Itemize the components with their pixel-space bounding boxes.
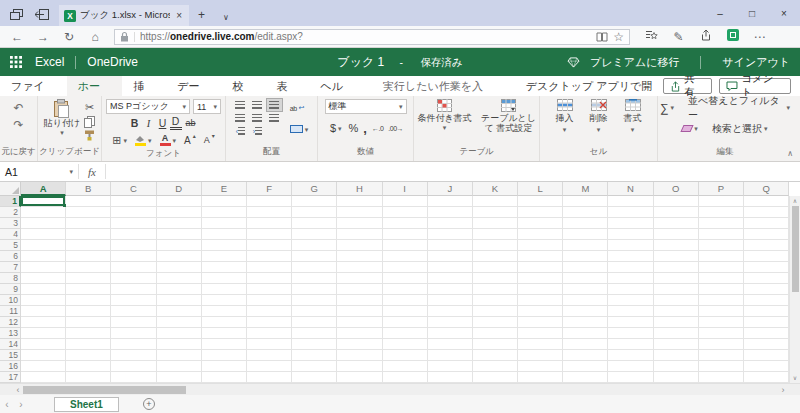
cell-P14[interactable] (699, 339, 744, 350)
cell-A6[interactable] (21, 251, 66, 262)
font-color-button[interactable]: A▾ (158, 132, 179, 148)
cell-A17[interactable] (21, 372, 66, 383)
sheet-tab-Sheet1[interactable]: Sheet1 (54, 397, 119, 412)
cell-Q16[interactable] (744, 361, 789, 372)
cell-I4[interactable] (383, 229, 428, 240)
cell-N7[interactable] (608, 262, 653, 273)
name-box[interactable]: A1 ▾ (0, 162, 78, 181)
cell-E8[interactable] (202, 273, 247, 284)
cell-A11[interactable] (21, 306, 66, 317)
formula-input[interactable] (106, 162, 800, 181)
row-header-12[interactable]: 12 (0, 317, 21, 328)
cell-J10[interactable] (428, 295, 473, 306)
scroll-left-icon[interactable]: ‹ (13, 385, 23, 395)
cell-J1[interactable] (428, 196, 473, 207)
cell-G15[interactable] (292, 350, 337, 361)
cell-I11[interactable] (383, 306, 428, 317)
cell-M7[interactable] (563, 262, 608, 273)
close-button[interactable]: × (768, 0, 800, 26)
cell-Q2[interactable] (744, 207, 789, 218)
cell-L10[interactable] (518, 295, 563, 306)
conditional-formatting-button[interactable]: 条件付き書式 ▾ (417, 99, 473, 134)
row-header-1[interactable]: 1 (0, 196, 21, 207)
cell-Q6[interactable] (744, 251, 789, 262)
cell-C9[interactable] (111, 284, 156, 295)
cell-A4[interactable] (21, 229, 66, 240)
strikethrough-button[interactable]: ab (182, 118, 200, 128)
cell-I2[interactable] (383, 207, 428, 218)
column-header-F[interactable]: F (247, 182, 292, 196)
cell-D11[interactable] (157, 306, 202, 317)
column-header-H[interactable]: H (337, 182, 382, 196)
cell-K12[interactable] (473, 317, 518, 328)
cell-Q14[interactable] (744, 339, 789, 350)
paste-button[interactable]: 貼り付け ▾ (44, 99, 80, 136)
cell-L4[interactable] (518, 229, 563, 240)
cell-N1[interactable] (608, 196, 653, 207)
decrease-decimal-button[interactable]: .00→ (388, 125, 403, 132)
extension-icon[interactable] (719, 29, 746, 44)
set-tabs-aside-icon[interactable] (35, 9, 49, 20)
cell-A2[interactable] (21, 207, 66, 218)
cell-A7[interactable] (21, 262, 66, 273)
cell-L2[interactable] (518, 207, 563, 218)
cell-K16[interactable] (473, 361, 518, 372)
cell-E12[interactable] (202, 317, 247, 328)
cell-L5[interactable] (518, 240, 563, 251)
cell-E14[interactable] (202, 339, 247, 350)
next-sheet-icon[interactable]: › (14, 399, 28, 410)
cell-I5[interactable] (383, 240, 428, 251)
cell-E16[interactable] (202, 361, 247, 372)
reading-view-icon[interactable] (596, 32, 608, 42)
cell-M3[interactable] (563, 218, 608, 229)
cell-Q1[interactable] (744, 196, 789, 207)
find-select-button[interactable]: 検索と選択▾ (710, 121, 770, 137)
cell-B6[interactable] (66, 251, 111, 262)
format-painter-icon[interactable] (84, 130, 95, 141)
merge-center-button[interactable]: ▾ (288, 121, 311, 137)
cell-O4[interactable] (654, 229, 699, 240)
currency-format-button[interactable]: $▾ (328, 120, 344, 136)
tab-list-chevron-icon[interactable]: ∨ (214, 13, 238, 26)
cell-D7[interactable] (157, 262, 202, 273)
cell-B13[interactable] (66, 328, 111, 339)
cell-E6[interactable] (202, 251, 247, 262)
cell-H2[interactable] (337, 207, 382, 218)
cell-D9[interactable] (157, 284, 202, 295)
ink-pen-icon[interactable]: ✎ (665, 30, 692, 44)
align-left-button[interactable] (233, 112, 248, 124)
cell-M5[interactable] (563, 240, 608, 251)
cell-L16[interactable] (518, 361, 563, 372)
cell-C8[interactable] (111, 273, 156, 284)
cell-I16[interactable] (383, 361, 428, 372)
percent-format-button[interactable]: % (349, 122, 359, 134)
cell-B5[interactable] (66, 240, 111, 251)
cell-O12[interactable] (654, 317, 699, 328)
cell-M16[interactable] (563, 361, 608, 372)
cell-F7[interactable] (247, 262, 292, 273)
cell-J13[interactable] (428, 328, 473, 339)
cell-L17[interactable] (518, 372, 563, 383)
comma-format-button[interactable]: , (363, 121, 367, 136)
align-bottom-button[interactable] (267, 99, 282, 111)
cell-Q4[interactable] (744, 229, 789, 240)
cell-F17[interactable] (247, 372, 292, 383)
ribbon-tab-3[interactable]: データ (166, 76, 221, 96)
cell-L8[interactable] (518, 273, 563, 284)
maximize-button[interactable]: □ (736, 0, 768, 26)
cell-B11[interactable] (66, 306, 111, 317)
cell-G16[interactable] (292, 361, 337, 372)
cell-F13[interactable] (247, 328, 292, 339)
cell-J6[interactable] (428, 251, 473, 262)
cell-E3[interactable] (202, 218, 247, 229)
align-top-button[interactable] (233, 99, 248, 111)
cell-G3[interactable] (292, 218, 337, 229)
cell-E2[interactable] (202, 207, 247, 218)
cell-J5[interactable] (428, 240, 473, 251)
row-header-13[interactable]: 13 (0, 328, 21, 339)
column-header-J[interactable]: J (428, 182, 473, 196)
cell-A15[interactable] (21, 350, 66, 361)
cell-P10[interactable] (699, 295, 744, 306)
cell-C1[interactable] (111, 196, 156, 207)
cell-P7[interactable] (699, 262, 744, 273)
